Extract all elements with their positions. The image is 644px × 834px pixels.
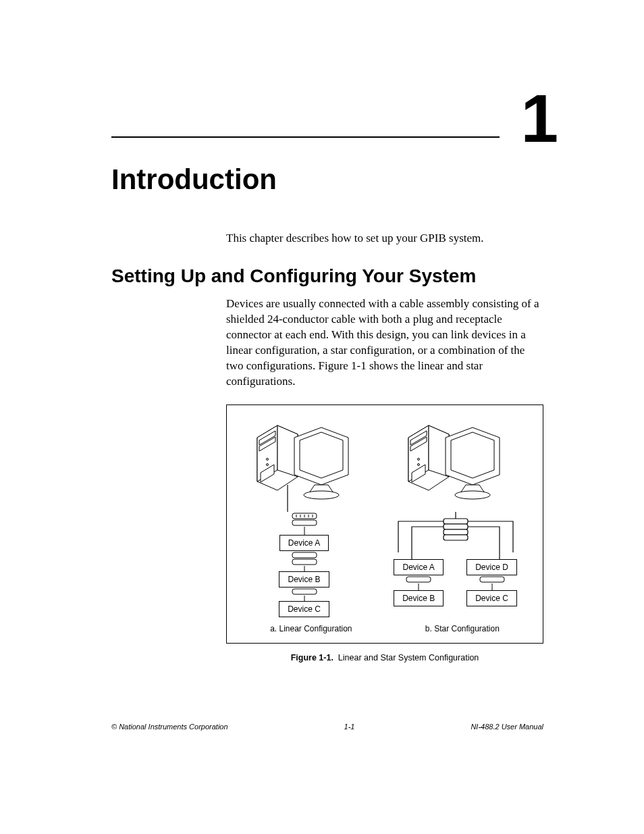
svg-point-37 xyxy=(455,491,490,499)
device-box: Device C xyxy=(466,590,517,606)
svg-point-6 xyxy=(266,463,268,465)
footer-page-number: 1-1 xyxy=(344,723,355,731)
svg-rect-24 xyxy=(292,589,317,594)
connector-icon xyxy=(291,512,318,527)
svg-rect-45 xyxy=(480,577,504,582)
chapter-number: 1 xyxy=(520,91,557,145)
svg-rect-14 xyxy=(292,520,317,525)
chapter-title: Introduction xyxy=(111,163,543,196)
svg-point-11 xyxy=(304,491,339,499)
svg-point-31 xyxy=(417,458,419,460)
footer-right: NI-488.2 User Manual xyxy=(471,723,543,731)
svg-point-5 xyxy=(266,458,268,460)
figure-subcaption-linear: a. Linear Configuration xyxy=(270,624,352,633)
page-footer: © National Instruments Corporation 1-1 N… xyxy=(111,723,543,731)
chapter-rule xyxy=(111,136,500,138)
star-wiring xyxy=(378,512,533,559)
section-title: Setting Up and Configuring Your System xyxy=(111,265,543,287)
svg-rect-41 xyxy=(444,529,468,535)
figure-caption-text: Linear and Star System Configuration xyxy=(338,653,479,662)
computer-icon xyxy=(398,417,513,512)
device-box: Device A xyxy=(394,559,443,575)
device-box: Device B xyxy=(279,571,329,588)
svg-rect-22 xyxy=(292,559,317,565)
figure-linear: Device A Device B Device C xyxy=(237,417,372,617)
svg-marker-35 xyxy=(451,432,494,478)
svg-point-32 xyxy=(417,463,419,465)
device-box: Device C xyxy=(279,601,329,617)
device-box: Device A xyxy=(279,535,329,551)
svg-marker-9 xyxy=(300,432,343,478)
connector-icon xyxy=(479,575,506,583)
svg-rect-42 xyxy=(444,535,468,540)
computer-icon xyxy=(247,417,362,512)
figure-box: Device A Device B Device C xyxy=(226,405,543,644)
svg-rect-39 xyxy=(444,519,468,524)
connector-icon xyxy=(291,588,318,596)
connector-icon xyxy=(405,575,432,583)
connector-icon xyxy=(291,551,318,566)
figure-caption-label: Figure 1-1. xyxy=(291,653,333,662)
svg-rect-21 xyxy=(292,552,317,558)
intro-paragraph: This chapter describes how to set up you… xyxy=(226,231,543,246)
figure-star: Device A Device B Device D Device C xyxy=(378,417,533,617)
figure-caption: Figure 1-1. Linear and Star System Confi… xyxy=(226,653,543,662)
device-box: Device B xyxy=(394,590,444,606)
device-box: Device D xyxy=(466,559,517,575)
svg-rect-40 xyxy=(444,524,468,529)
svg-rect-43 xyxy=(406,577,431,582)
body-paragraph: Devices are usually connected with a cab… xyxy=(226,296,543,390)
figure-subcaption-star: b. Star Configuration xyxy=(425,624,500,633)
footer-left: © National Instruments Corporation xyxy=(111,723,228,731)
